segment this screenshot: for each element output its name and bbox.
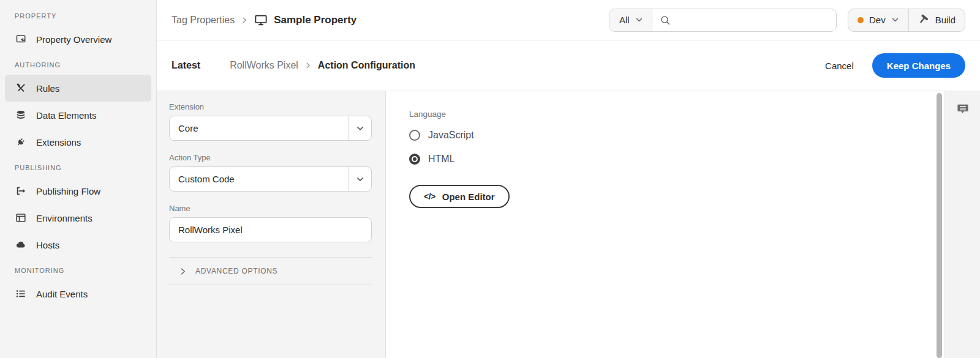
sidebar-item-publishing-flow[interactable]: Publishing Flow [5, 177, 151, 204]
search-filter-value: All [619, 15, 630, 25]
radio-option-html[interactable]: HTML [409, 154, 935, 165]
sidebar-item-audit-events[interactable]: Audit Events [5, 280, 151, 307]
extension-label: Extension [169, 102, 372, 111]
build-button[interactable]: Build [908, 9, 965, 31]
rules-icon [15, 83, 27, 94]
environments-icon [15, 212, 27, 223]
sidebar-item-property-overview[interactable]: Property Overview [5, 26, 151, 53]
sidebar-item-hosts[interactable]: Hosts [5, 231, 151, 258]
radio-label: HTML [428, 154, 455, 165]
sidebar-item-label: Hosts [36, 240, 59, 250]
environment-build-group: Dev Build [848, 9, 965, 32]
sidebar-item-label: Property Overview [36, 34, 111, 45]
extensions-icon [15, 136, 27, 147]
search-input[interactable] [676, 15, 829, 25]
top-header: Tag Properties Sample Property All [157, 0, 980, 40]
sidebar-item-rules[interactable]: Rules [5, 75, 151, 102]
language-label: Language [409, 110, 935, 119]
name-label: Name [169, 204, 372, 213]
sidebar-section-monitoring: MONITORING [0, 258, 156, 280]
hammer-icon [918, 14, 930, 26]
action-config-form: Extension Core Action Type Custom Code [157, 91, 386, 358]
sidebar-item-label: Rules [36, 83, 59, 94]
sidebar-item-data-elements[interactable]: Data Elements [5, 102, 151, 129]
content-area: Extension Core Action Type Custom Code [157, 91, 980, 358]
chevron-down-icon [635, 16, 643, 24]
environment-dropdown[interactable]: Dev [848, 9, 908, 31]
extension-select[interactable]: Core [169, 116, 372, 141]
search-icon [660, 15, 671, 26]
breadcrumb-tag-properties[interactable]: Tag Properties [172, 15, 235, 26]
action-bar: Latest RollWorks Pixel Action Configurat… [157, 40, 980, 91]
open-editor-label: Open Editor [442, 192, 495, 202]
name-field: Name [169, 204, 372, 242]
radio-option-javascript[interactable]: JavaScript [409, 130, 935, 141]
environment-label: Dev [869, 15, 886, 25]
property-overview-icon [15, 34, 27, 45]
sidebar-item-label: Publishing Flow [36, 186, 100, 196]
action-type-label: Action Type [169, 153, 372, 162]
radio-html[interactable] [409, 154, 420, 165]
revision-label: Latest [172, 60, 200, 71]
open-editor-button[interactable]: </> Open Editor [409, 185, 510, 208]
sidebar-item-extensions[interactable]: Extensions [5, 129, 151, 155]
extension-value: Core [170, 116, 348, 140]
chevron-right-icon [179, 267, 187, 275]
hosts-icon [15, 239, 27, 250]
breadcrumb-rule-name[interactable]: RollWorks Pixel [230, 60, 298, 71]
publishing-flow-icon [15, 185, 27, 196]
action-breadcrumb: RollWorks Pixel Action Configuration [230, 60, 415, 71]
build-label: Build [935, 15, 956, 25]
scrollbar-track [935, 91, 944, 358]
audit-events-icon [15, 288, 27, 299]
search-filter-dropdown[interactable]: All [609, 9, 652, 31]
main-area: Tag Properties Sample Property All [157, 0, 980, 358]
radio-javascript[interactable] [409, 130, 420, 141]
advanced-options-label: ADVANCED OPTIONS [195, 267, 277, 275]
extension-field: Extension Core [169, 102, 372, 141]
divider [169, 285, 372, 285]
note-icon [956, 102, 970, 116]
language-panel: Language JavaScript HTML </> Open Editor [386, 91, 935, 358]
chevron-right-icon [241, 17, 248, 24]
code-icon: </> [424, 192, 435, 201]
search-group: All [609, 9, 837, 32]
sidebar-item-environments[interactable]: Environments [5, 204, 151, 231]
sidebar: PROPERTY Property Overview AUTHORING Rul… [0, 0, 157, 358]
action-type-field: Action Type Custom Code [169, 153, 372, 192]
chevron-down-icon [891, 16, 899, 24]
keep-changes-button[interactable]: Keep Changes [872, 53, 965, 78]
right-gutter [944, 91, 980, 358]
scrollbar-thumb[interactable] [937, 93, 942, 358]
search-box [652, 9, 836, 31]
env-status-dot [858, 17, 864, 23]
name-input[interactable] [169, 217, 372, 242]
advanced-options-toggle[interactable]: ADVANCED OPTIONS [169, 258, 372, 285]
sidebar-section-authoring: AUTHORING [0, 53, 156, 75]
cancel-button[interactable]: Cancel [825, 61, 854, 71]
radio-label: JavaScript [428, 130, 474, 141]
breadcrumb-action-configuration: Action Configuration [318, 60, 415, 71]
sidebar-item-label: Environments [36, 213, 92, 223]
breadcrumb: Tag Properties Sample Property [172, 14, 356, 26]
chevron-down-icon [348, 167, 371, 191]
action-type-select[interactable]: Custom Code [169, 166, 372, 192]
sidebar-item-label: Extensions [36, 137, 81, 147]
chevron-right-icon [304, 62, 312, 69]
data-elements-icon [15, 110, 27, 121]
chevron-down-icon [348, 116, 371, 140]
sidebar-section-publishing: PUBLISHING [0, 155, 156, 177]
action-type-value: Custom Code [170, 167, 348, 191]
breadcrumb-current: Sample Property [254, 14, 356, 26]
sidebar-item-label: Data Elements [36, 110, 96, 121]
monitor-icon [254, 14, 268, 26]
sidebar-item-label: Audit Events [36, 289, 88, 299]
property-name: Sample Property [274, 14, 356, 26]
notes-button[interactable] [956, 102, 970, 116]
sidebar-section-property: PROPERTY [0, 6, 156, 26]
